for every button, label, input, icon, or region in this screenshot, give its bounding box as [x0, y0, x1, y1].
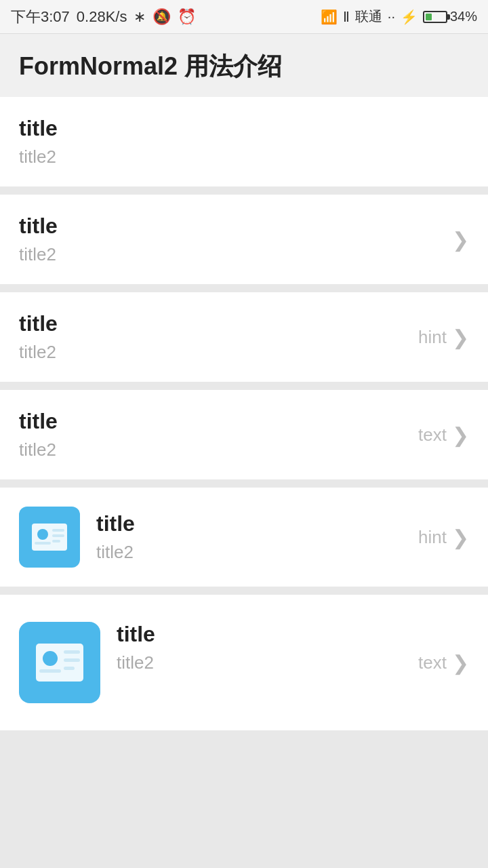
svg-rect-6 [36, 644, 83, 682]
card-4-title: title [19, 409, 469, 434]
network-speed: 0.28K/s [77, 8, 127, 26]
chevron-right-icon: ❯ [452, 228, 469, 252]
wifi-icon: 📶 [321, 9, 338, 25]
charging-icon: ⚡ [401, 9, 418, 25]
cards-container: title title2 title title2 ❯ title title2… [0, 97, 488, 744]
svg-rect-8 [39, 669, 61, 673]
card-2-arrow: ❯ [452, 228, 469, 252]
carrier-label: 联通 [355, 7, 382, 26]
page-title: FormNormal2 用法介绍 [0, 34, 488, 97]
card-3-arrow: hint ❯ [418, 326, 469, 349]
signal-icon: Ⅱ [343, 9, 350, 25]
svg-rect-9 [64, 650, 80, 654]
form-item-2[interactable]: title title2 ❯ [0, 195, 488, 284]
svg-rect-10 [64, 658, 80, 662]
mute-icon: 🔕 [152, 8, 171, 26]
battery-container: 34% [423, 9, 477, 24]
card-6-subtitle: title2 [117, 652, 469, 673]
chevron-right-icon: ❯ [452, 423, 469, 447]
status-right: 📶 Ⅱ 联通 ·· ⚡ 34% [321, 7, 477, 26]
form-item-3[interactable]: title title2 hint ❯ [0, 292, 488, 382]
card-1-title: title [19, 116, 469, 141]
chevron-right-icon: ❯ [452, 651, 469, 675]
id-card-icon [29, 517, 70, 557]
card-3-hint: hint [418, 327, 447, 348]
svg-rect-4 [52, 534, 64, 537]
status-bar: 下午3:07 0.28K/s ∗ 🔕 ⏰ 📶 Ⅱ 联通 ·· ⚡ 34% [0, 0, 488, 34]
svg-rect-3 [52, 529, 64, 532]
card-5-subtitle: title2 [96, 542, 469, 563]
separator: ·· [388, 9, 395, 24]
svg-point-7 [43, 651, 58, 666]
status-left: 下午3:07 0.28K/s ∗ 🔕 ⏰ [11, 7, 196, 27]
svg-rect-11 [64, 667, 75, 670]
card-4-hint: text [418, 425, 447, 446]
card-5-hint: hint [418, 527, 447, 548]
card-2-subtitle: title2 [19, 244, 469, 265]
card-6-text-block: title title2 [117, 622, 469, 673]
card-5-title: title [96, 511, 469, 536]
card-3-title: title [19, 311, 469, 336]
battery-icon [423, 11, 447, 23]
card-6-hint: text [418, 652, 447, 673]
form-item-4[interactable]: title title2 text ❯ [0, 390, 488, 479]
card-4-arrow: text ❯ [418, 423, 469, 447]
svg-point-1 [37, 529, 48, 540]
alarm-icon: ⏰ [178, 8, 196, 26]
id-card-large-icon [33, 635, 87, 690]
form-item-6[interactable]: title title2 text ❯ [0, 595, 488, 730]
card-1-subtitle: title2 [19, 146, 469, 167]
card-6-title: title [117, 622, 469, 647]
card-6-icon [19, 622, 100, 703]
card-5-text-block: title title2 [96, 511, 469, 563]
battery-fill [426, 14, 432, 20]
card-6-arrow: text ❯ [418, 651, 469, 675]
card-5-icon [19, 507, 80, 568]
battery-percent: 34% [450, 9, 477, 24]
card-5-arrow: hint ❯ [418, 526, 469, 549]
form-item-1[interactable]: title title2 [0, 97, 488, 186]
card-3-subtitle: title2 [19, 342, 469, 363]
bluetooth-icon: ∗ [134, 8, 146, 26]
card-2-title: title [19, 214, 469, 239]
form-item-5[interactable]: title title2 hint ❯ [0, 488, 488, 587]
time-display: 下午3:07 [11, 7, 70, 27]
chevron-right-icon: ❯ [452, 526, 469, 549]
chevron-right-icon: ❯ [452, 326, 469, 349]
svg-rect-2 [35, 542, 51, 545]
card-4-subtitle: title2 [19, 439, 469, 460]
svg-rect-5 [52, 540, 60, 542]
